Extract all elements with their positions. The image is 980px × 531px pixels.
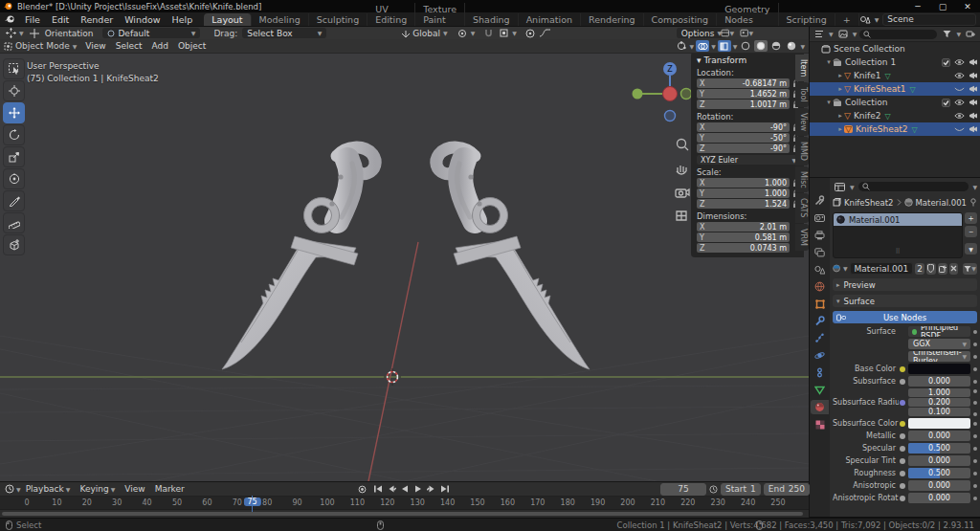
shading-material-icon[interactable] [769, 40, 783, 52]
keyframe-dot[interactable] [973, 422, 977, 426]
properties-tab-object-data[interactable] [811, 383, 829, 397]
prop-slider[interactable]: 0.500 [908, 468, 970, 478]
remove-slot-button[interactable]: － [965, 226, 977, 237]
sidebar-tab-view[interactable]: View [795, 108, 809, 136]
current-frame-field[interactable]: 75 [660, 483, 706, 496]
blender-menu-icon[interactable] [5, 14, 15, 24]
timeline-menu-marker[interactable]: Marker [150, 484, 189, 494]
breadcrumb-material[interactable]: Material.001 [916, 198, 967, 208]
keyframe-dot[interactable] [973, 447, 977, 451]
menu-file[interactable]: File [19, 14, 46, 25]
properties-tab-world[interactable] [811, 279, 829, 294]
filter-objects-caret[interactable]: ▼ [853, 31, 858, 37]
transform-dimensions-y-field[interactable]: Y0.581 m [697, 232, 790, 242]
keyframe-dot[interactable] [973, 343, 977, 346]
outliner-item-label[interactable]: KnifeSheat1 [854, 84, 906, 94]
transform-location-x-field[interactable]: X-0.68147 m [697, 78, 790, 88]
rotation-mode-dropdown[interactable]: XYZ Euler▼ [697, 155, 800, 165]
tool-move-button[interactable] [3, 102, 25, 123]
display-mode-icon[interactable] [813, 29, 826, 40]
playhead-frame-label[interactable]: 75 [243, 498, 260, 506]
use-nodes-button[interactable]: Use Nodes [833, 311, 977, 323]
properties-tab-scene[interactable] [811, 262, 829, 277]
menu-help[interactable]: Help [167, 14, 199, 25]
preview-panel-header[interactable]: ▸Preview [833, 278, 977, 291]
new-collection-icon[interactable] [964, 29, 977, 40]
browse-material-icon[interactable] [833, 263, 841, 274]
properties-tab-texture[interactable] [811, 417, 829, 431]
browse-material-caret[interactable]: ▼ [843, 265, 848, 272]
viewport-scene[interactable]: Z [0, 53, 809, 481]
material-slot-selected[interactable]: Material.001 [834, 213, 962, 226]
editor-extra-icon-1[interactable]: ▼ [721, 28, 734, 39]
workspace-tab-texture-paint[interactable]: Texture Paint [415, 3, 465, 26]
properties-tab-constraints[interactable] [811, 365, 829, 380]
sidebar-tab-cats[interactable]: CATS [795, 193, 809, 222]
outliner-row-knife2[interactable]: ▸▽Knife2▽ [810, 109, 980, 122]
users-count-button[interactable]: 2 [915, 263, 924, 275]
transform-orientation-dropdown[interactable]: Global▼ [412, 29, 447, 38]
workspace-tab-layout[interactable]: Layout [204, 13, 251, 26]
transform-scale-z-field[interactable]: Z1.524 [697, 199, 790, 209]
tool-measure-button[interactable] [3, 212, 25, 233]
frame-end-field[interactable]: End250 [764, 483, 810, 496]
material-specials-funnel[interactable]: ▼ [963, 263, 977, 275]
snap-magnet-icon[interactable] [481, 28, 495, 39]
workspace-tab-rendering[interactable]: Rendering [581, 13, 644, 26]
next-keyframe-button[interactable] [425, 484, 437, 495]
outliner-item-label[interactable]: Knife2 [854, 111, 881, 121]
shading-wireframe-icon[interactable] [739, 40, 752, 52]
close-button[interactable]: ✕ [955, 2, 980, 11]
camera-toggle[interactable] [969, 125, 978, 133]
viewport-menu-add[interactable]: Add [146, 41, 172, 51]
outliner-row-knifesheat2[interactable]: ▸▽KnifeSheat2▽ [810, 122, 980, 136]
mode-dropdown[interactable]: Object Mode▼ [4, 41, 77, 51]
prop-value-field[interactable]: 0.000 [908, 431, 970, 441]
prop-value-field[interactable]: 0.000 [908, 480, 970, 491]
tool-transform-button[interactable] [3, 168, 25, 189]
outliner-row-collection-1[interactable]: ▾Collection 1 [810, 55, 980, 69]
workspace-tab-plus[interactable]: + [835, 13, 859, 26]
transform-scale-x-field[interactable]: X1.000 [697, 178, 790, 188]
prop-value-field[interactable]: 0.000 [908, 493, 970, 503]
jump-start-button[interactable] [371, 484, 384, 495]
drag-dropdown[interactable]: Select Box▼ [242, 28, 326, 38]
new-material-icon[interactable] [938, 263, 947, 275]
editor-type-icon[interactable] [833, 181, 846, 192]
transform-panel-header[interactable]: ▾ Transform [697, 55, 800, 65]
timeline-scrollbar[interactable] [2, 512, 803, 516]
prev-keyframe-button[interactable] [385, 484, 397, 495]
eye-toggle[interactable] [954, 112, 965, 120]
filter-funnel-caret[interactable]: ▼ [956, 31, 961, 37]
fake-user-shield-icon[interactable] [926, 263, 936, 275]
camera-toggle[interactable] [969, 99, 978, 106]
outliner-row-collection[interactable]: ▾Collection [810, 96, 980, 109]
knife-right[interactable] [436, 147, 590, 369]
xray-icon[interactable] [718, 40, 731, 52]
transform-scale-y-field[interactable]: Y1.000 [697, 188, 790, 198]
properties-tab-output[interactable] [811, 228, 829, 242]
prop-dropdown-1[interactable]: GGX▼ [908, 339, 970, 349]
perspective-toggle-icon[interactable] [677, 211, 686, 220]
zoom-view-icon[interactable] [678, 140, 689, 151]
checkbox-toggle[interactable] [942, 58, 950, 67]
editor-extra-icon-2[interactable]: ▼ [740, 28, 753, 39]
outliner-row-scene-collection[interactable]: Scene Collection [810, 42, 980, 55]
slot-specials-button[interactable]: ▼ [965, 243, 977, 254]
pivot-caret[interactable]: ▼ [471, 30, 476, 36]
viewport-menu-select[interactable]: Select [111, 41, 147, 51]
gizmos-caret[interactable]: ▼ [690, 43, 695, 50]
timeline-editor-icon[interactable] [3, 483, 16, 495]
checkbox-toggle[interactable] [942, 99, 950, 107]
tool-select-box-button[interactable] [3, 58, 25, 79]
outliner-row-knife1[interactable]: ▸▽Knife1▽ [810, 69, 980, 82]
overlays-icon[interactable] [696, 40, 709, 52]
disclosure-icon[interactable]: ▾ [825, 99, 833, 106]
menu-window[interactable]: Window [119, 14, 166, 25]
prop-color-swatch[interactable] [908, 418, 970, 429]
frame-start-field[interactable]: Start1 [721, 483, 761, 496]
properties-tab-render[interactable] [811, 210, 829, 225]
play-button[interactable] [412, 484, 424, 495]
material-slot-list[interactable]: Material.001 ⠿ [833, 212, 963, 258]
keyframe-dot[interactable] [973, 459, 977, 463]
